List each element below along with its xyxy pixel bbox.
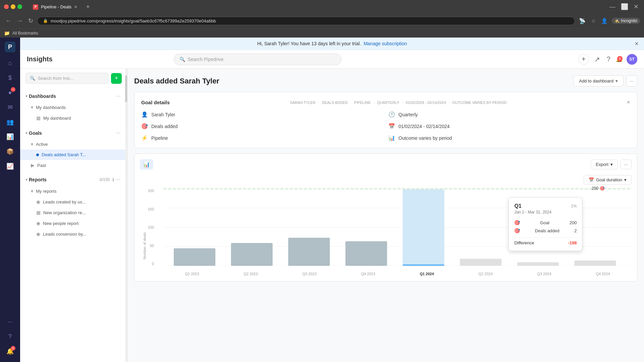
export-label: Export [596,162,608,167]
sidebar-search-input[interactable]: 🔍 Search from Insi... [25,73,108,84]
new-tab-btn[interactable]: + [83,2,93,12]
window-min-btn[interactable] [11,4,15,9]
bookmark-star-icon[interactable]: ☆ [590,16,597,25]
deals-icon[interactable]: $ [3,71,17,84]
active-goal-dot [36,154,39,156]
new-people-icon: ◉ [36,221,40,226]
mail-icon[interactable]: ✉ [3,101,17,114]
active-tab[interactable]: P Pipeline - Deals × [28,2,83,12]
goals-more-btn[interactable]: ··· [115,129,122,137]
manage-subscription-link[interactable]: Manage subscription [364,41,407,46]
sidebar-item-leads-conversion[interactable]: ◉ Leads conversion by... [20,229,127,239]
sidebar-item-active[interactable]: ▾ Active [20,139,127,149]
tab-close-btn[interactable]: × [74,4,77,10]
goals-header[interactable]: ▾ Goals ··· [20,127,127,139]
reports-title: Reports [29,177,100,182]
more-icon[interactable]: ··· [3,315,17,328]
sidebar-item-my-dashboard[interactable]: ▦ My dashboard [20,113,127,123]
type-icon: 🎯 [141,123,148,129]
sidebar-item-my-dashboards[interactable]: ▾ My dashboards [20,102,127,113]
detail-person: 👤 Sarah Tyler [141,111,383,118]
reports-header[interactable]: ▾ Reports 0/150 ℹ ··· [20,173,127,186]
meta-deals-added: DEALS ADDED [322,101,348,105]
maximize-icon[interactable]: ⬜ [620,2,630,12]
sidebar-item-new-people[interactable]: ◉ New people report [20,218,127,229]
chart-section: 📊 Export ▾ ··· 📅 Goal duration [134,154,637,282]
back-btn[interactable]: ← [4,16,13,26]
x-label-q1-2024: Q1 2024 [398,272,455,276]
dashboards-more-btn[interactable]: ··· [115,93,122,100]
search-placeholder: Search Pipedrive [188,57,224,62]
active-label: Active [36,142,122,147]
detail-outcome: 📊 Outcome varies by period [388,135,630,141]
forward-btn[interactable]: → [15,16,24,26]
goal-title: Deals added Sarah Tyler [134,77,573,85]
user-avatar[interactable]: ST [627,54,637,65]
incognito-label: Incognito [621,18,637,23]
chart-actions: Export ▾ ··· [591,160,632,169]
cast-icon[interactable]: 📡 [578,16,587,25]
goal-duration-label: Goal duration [596,177,622,182]
sidebar-item-my-reports[interactable]: ▾ My reports [20,186,127,196]
reports-more-btn[interactable]: ··· [114,175,122,184]
meta-dot-2: · [351,101,352,105]
products-icon[interactable]: 📦 [3,145,17,158]
chart-type-btn[interactable]: 📊 [140,159,153,170]
pipedrive-logo[interactable]: P [5,42,15,52]
sidebar-item-leads-created[interactable]: ◉ Leads created by us... [20,196,127,207]
url-text: moodjoy.pipedrive.com/progress/insights/… [51,18,569,23]
add-dashboard-label: Add to dashboard [579,78,613,83]
banner-close-btn[interactable]: × [635,40,639,48]
tooltip-deals-icon: 🎯 [514,228,520,233]
activities-icon[interactable]: ●• [3,86,17,99]
meta-outcome: OUTCOME VARIES BY PERIOD [452,101,507,105]
goal-duration-btn[interactable]: 📅 Goal duration ▾ [584,175,632,185]
tooltip-diff-label: Difference [514,240,534,245]
help-icon[interactable]: ? [3,330,17,343]
export-btn[interactable]: Export ▾ [591,160,618,169]
search-bar[interactable]: 🔍 Search Pipedrive [174,54,341,65]
sidebar-item-deals-added[interactable]: Deals added Sarah T... [20,149,127,160]
deals-added-label: Deals added Sarah T... [42,152,122,157]
goal-more-btn[interactable]: ··· [626,75,637,86]
sidebar-add-btn[interactable]: + [111,73,122,84]
x-label-q1-2023: Q1 2023 [163,272,221,276]
tooltip-quarter: Q1 [514,203,521,209]
help-btn[interactable]: ? [605,54,612,64]
meta-quarterly: QUARTERLY [377,101,399,105]
content-area: 🔍 Search from Insi... + ▾ Dashboards ···… [20,69,644,362]
add-button[interactable]: + [578,54,589,65]
insights-icon[interactable]: 📊 [3,130,17,143]
new-org-icon: ▦ [36,210,41,215]
sidebar-item-new-org[interactable]: ▦ New organization re... [20,207,127,218]
home-icon[interactable]: ⌂ [3,56,17,70]
trial-banner: Hi, Sarah Tyler! You have 13 days left i… [20,38,644,50]
window-max-btn[interactable] [17,4,22,9]
profile-icon[interactable]: 👤 [600,16,609,25]
tab-title: Pipeline - Deals [41,4,71,9]
chart-container: 200 150 100 50 0 Number of deals [140,189,632,276]
refresh-btn[interactable]: ↻ [27,16,35,26]
y-label-0: 0 [152,262,154,266]
y-label-50: 50 [150,244,154,248]
minimize-icon[interactable]: — [608,2,617,12]
goal-details-close-btn[interactable]: × [627,99,630,106]
notification-btn[interactable]: 🔔 9 [616,56,623,62]
sidebar-item-past[interactable]: ▶ Past [20,160,127,171]
app-container: P ⌂ $ ●• ✉ 👥 📊 📦 📈 ··· ? 🔔9 Hi, Sarah Ty… [0,38,644,362]
chart-more-btn[interactable]: ··· [621,160,632,169]
tooltip-percent: 1% [571,204,577,208]
reports-icon[interactable]: 📈 [3,160,17,173]
notifications-icon[interactable]: 🔔9 [3,345,17,358]
goal-header-actions: Add to dashboard ▾ ··· [573,75,637,86]
contacts-icon[interactable]: 👥 [3,115,17,129]
address-bar[interactable]: 🔒 moodjoy.pipedrive.com/progress/insight… [37,17,575,25]
activities-badge: • [11,87,15,92]
window-close-btn[interactable] [4,4,9,9]
scrollbar-thumb[interactable] [125,75,127,102]
lock-icon: 🔒 [43,18,48,23]
close-window-icon[interactable]: ✕ [632,2,640,12]
dashboards-header[interactable]: ▾ Dashboards ··· [20,90,127,102]
share-icon[interactable]: ↗ [593,54,601,65]
add-to-dashboard-btn[interactable]: Add to dashboard ▾ [573,75,624,86]
